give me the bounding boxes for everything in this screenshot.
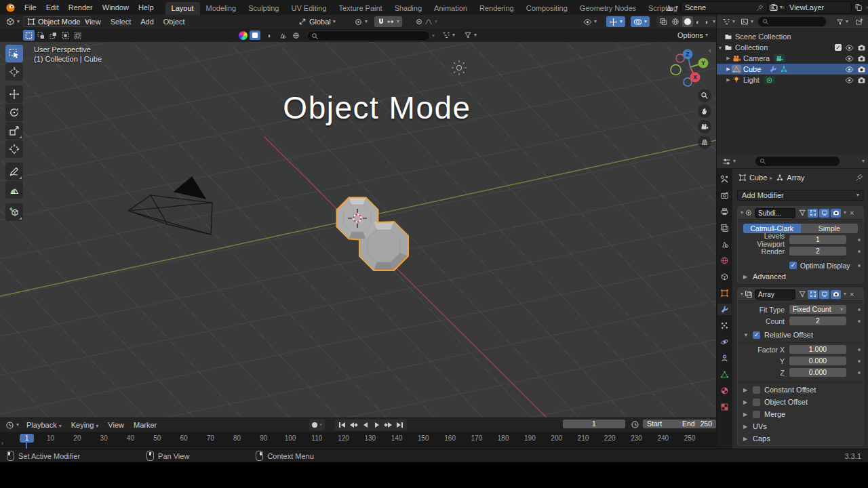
- offset-value-field[interactable]: 0.000: [789, 368, 846, 377]
- render-visibility-icon[interactable]: [857, 76, 866, 85]
- viewport-3d[interactable]: User Perspective (1) Collection | Cube O…: [0, 42, 716, 418]
- annotate-tool[interactable]: [5, 163, 23, 180]
- use-preview-range-icon[interactable]: [631, 420, 639, 429]
- editmode-display-toggle[interactable]: [808, 209, 818, 218]
- scene-name-field[interactable]: Scene: [681, 1, 768, 14]
- section-checkbox[interactable]: [753, 386, 760, 394]
- outliner-row-camera[interactable]: ▶ Camera: [717, 53, 868, 64]
- viewport-menu-item[interactable]: Add: [136, 18, 159, 26]
- hide-eye-icon[interactable]: [845, 43, 854, 52]
- tab-world[interactable]: [717, 255, 732, 266]
- select-mode-intersect-button[interactable]: [72, 30, 83, 41]
- filter-scene-button[interactable]: [277, 30, 288, 40]
- jump-to-start-button[interactable]: [337, 420, 347, 430]
- tab-render[interactable]: [717, 190, 732, 201]
- workspace-tab[interactable]: Texture Paint: [332, 2, 388, 15]
- shading-dropdown-icon[interactable]: ▾: [713, 19, 715, 24]
- breadcrumb-modifier[interactable]: Array: [787, 174, 804, 182]
- menubar-item[interactable]: Window: [98, 3, 134, 12]
- extras-dropdown-icon[interactable]: ▾: [844, 210, 846, 216]
- outliner-row-scene-collection[interactable]: Scene Collection: [717, 31, 868, 42]
- camera-view-button[interactable]: [698, 120, 711, 134]
- pivot-point-button[interactable]: ▾: [351, 16, 370, 27]
- transform-orientation[interactable]: Global ▾: [296, 16, 338, 27]
- plain-section[interactable]: ▶ Caps: [738, 432, 863, 445]
- light-data-icon[interactable]: [764, 76, 775, 84]
- outliner-row-collection[interactable]: ▼ Collection ✓: [717, 42, 868, 53]
- select-mode-subtract-button[interactable]: [47, 30, 59, 41]
- workspace-tab[interactable]: UV Editing: [285, 2, 332, 15]
- current-frame-field[interactable]: 1: [563, 420, 625, 428]
- options-button[interactable]: Options▾: [675, 30, 711, 41]
- toggle-xray-button[interactable]: [658, 16, 669, 27]
- auto-keying-button[interactable]: ▾: [309, 420, 325, 430]
- modifier-nodes-icon[interactable]: [780, 65, 788, 73]
- gizmos-button[interactable]: ▾: [606, 16, 625, 27]
- on-cage-toggle[interactable]: [798, 209, 806, 217]
- collapsed-section[interactable]: ▶ Constant Offset: [738, 384, 863, 396]
- optimal-display-checkbox[interactable]: ✓: [789, 262, 797, 269]
- filter-tree-button[interactable]: ▾: [439, 30, 458, 41]
- browse-viewlayer-button[interactable]: ▾: [766, 2, 785, 13]
- animate-dot[interactable]: [858, 348, 861, 351]
- menubar-item[interactable]: Help: [134, 3, 159, 12]
- solid-shading-button[interactable]: [682, 16, 693, 27]
- region-collapse-icon[interactable]: ‹: [709, 46, 711, 54]
- close-icon[interactable]: ×: [850, 209, 854, 217]
- viewlayer-name-field[interactable]: ViewLayer: [785, 1, 852, 14]
- workspace-tab[interactable]: Modeling: [200, 2, 243, 15]
- property-value-field[interactable]: 1: [789, 235, 846, 244]
- tab-view-layer[interactable]: [717, 222, 732, 234]
- hide-eye-icon[interactable]: [845, 76, 854, 85]
- properties-editor-type-button[interactable]: ▾: [719, 156, 738, 167]
- array-panel-header[interactable]: ▾ Array ▾ ×: [738, 288, 863, 301]
- collapsed-section[interactable]: ▶ Object Offset: [738, 396, 863, 408]
- tab-physics[interactable]: [717, 336, 732, 348]
- outliner-editor-type-button[interactable]: ▾: [719, 16, 738, 27]
- tab-texture[interactable]: [717, 401, 732, 413]
- scale-tool[interactable]: [5, 122, 23, 140]
- menubar-item[interactable]: File: [20, 3, 41, 12]
- filter-material-button[interactable]: ◑: [263, 30, 274, 40]
- timeline-expand-icon[interactable]: ›: [1, 440, 3, 447]
- playhead-badge[interactable]: 1: [20, 434, 34, 443]
- end-frame-field[interactable]: End 250: [678, 420, 716, 428]
- properties-options-icon[interactable]: ▾: [862, 159, 865, 164]
- collapse-icon[interactable]: ▾: [741, 210, 743, 216]
- material-shading-button[interactable]: ◐: [694, 16, 701, 27]
- relative-offset-section[interactable]: ▼ ✓ Relative Offset: [738, 329, 863, 341]
- render-display-toggle[interactable]: [831, 290, 841, 299]
- viewport-menu-item[interactable]: Select: [106, 18, 136, 26]
- viewport-menu-item[interactable]: View: [80, 18, 106, 26]
- animate-dot[interactable]: [858, 371, 861, 374]
- navigation-gizmo[interactable]: Z Y X: [670, 45, 713, 88]
- advanced-section[interactable]: ▶Advanced: [738, 270, 863, 283]
- filter-world-button[interactable]: [290, 30, 301, 40]
- pan-view-button[interactable]: [698, 104, 711, 118]
- property-value-field[interactable]: 2: [789, 247, 846, 256]
- collection-exclude-checkbox[interactable]: ✓: [835, 44, 842, 51]
- tab-object-data[interactable]: [717, 369, 732, 380]
- outliner-row-cube[interactable]: ▶ Cube: [717, 64, 868, 75]
- animate-dot[interactable]: [858, 264, 861, 267]
- workspace-tab[interactable]: Geometry Nodes: [574, 2, 642, 15]
- perspective-toggle-button[interactable]: [698, 136, 711, 149]
- viewport-search-input[interactable]: [307, 30, 430, 41]
- new-viewlayer-button[interactable]: [852, 2, 865, 13]
- hide-eye-icon[interactable]: [845, 54, 854, 63]
- zoom-view-button[interactable]: [698, 89, 711, 102]
- editor-type-button[interactable]: ▾: [3, 16, 22, 27]
- expand-icon[interactable]: ▶: [725, 77, 732, 83]
- plain-section[interactable]: ▶ UVs: [738, 420, 863, 432]
- animate-dot[interactable]: [858, 250, 861, 253]
- extras-dropdown-icon[interactable]: ▾: [844, 291, 846, 297]
- render-visibility-icon[interactable]: [857, 54, 866, 63]
- new-collection-button[interactable]: [852, 16, 866, 27]
- select-mode-new-button[interactable]: [23, 30, 35, 41]
- offset-value-field[interactable]: 1.000: [789, 345, 846, 354]
- prev-keyframe-button[interactable]: [349, 420, 359, 430]
- expand-icon[interactable]: ▶: [725, 56, 732, 61]
- select-mode-extend-button[interactable]: [35, 30, 47, 41]
- section-checkbox[interactable]: [753, 411, 760, 418]
- fit-type-dropdown[interactable]: Fixed Count▾: [789, 305, 846, 314]
